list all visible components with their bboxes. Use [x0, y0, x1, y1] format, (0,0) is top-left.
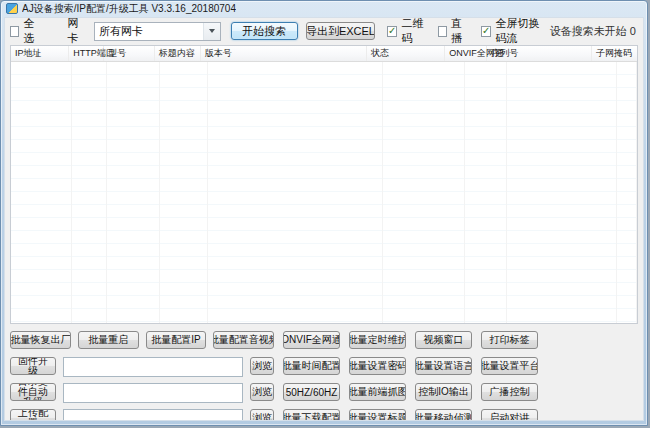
browse-button[interactable]: 浏览 [250, 357, 274, 375]
app-icon [6, 3, 18, 14]
col-header-subnet-mask[interactable]: 子网掩码 [592, 46, 637, 61]
live-checkbox[interactable]: 直播 [438, 17, 469, 46]
firmware-upgrade-button[interactable]: 固件升级 [10, 357, 56, 375]
batch-factory-reset-button[interactable]: 批量恢复出厂 [10, 331, 71, 349]
batch-scheduled-maintenance-button[interactable]: 批量定时维护 [349, 331, 406, 349]
dir-path-input[interactable] [63, 383, 243, 403]
nic-select[interactable]: 所有网卡 [94, 22, 220, 41]
device-table-header: IP地址 HTTP端口 型号 标题内容 版本号 状态 ONVIF全网通 序列号 … [11, 46, 637, 62]
column-guides [11, 62, 637, 323]
qrcode-label: 二维码 [401, 17, 427, 46]
device-table: IP地址 HTTP端口 型号 标题内容 版本号 状态 ONVIF全网通 序列号 … [10, 45, 638, 324]
window-title: AJ设备搜索/IP配置/升级工具 V3.3.16_20180704 [22, 2, 236, 16]
batch-config-av-button[interactable]: 批量配置音视频 [213, 331, 274, 349]
col-header-status[interactable]: 状态 [367, 46, 445, 61]
client-area: 全选 网卡 所有网卡 开始搜索 导出到EXCEL 二维码 直播 全屏切换码流 设… [4, 17, 644, 421]
io-output-button[interactable]: 控制IO输出 [415, 383, 472, 401]
col-header-ip-address[interactable]: IP地址 [11, 46, 69, 61]
video-window-button[interactable]: 视频窗口 [415, 331, 472, 349]
col-header-title[interactable]: 标题内容 [155, 46, 201, 61]
onvif-button[interactable]: ONVIF全网通 [283, 331, 340, 349]
col-header-version[interactable]: 版本号 [201, 46, 367, 61]
batch-config-ip-button[interactable]: 批量配置IP [146, 331, 207, 349]
start-search-button[interactable]: 开始搜索 [231, 22, 298, 40]
batch-snapshot-button[interactable]: 批量前端抓图 [349, 383, 406, 401]
col-header-serial[interactable]: 序列号 [487, 46, 592, 61]
checkbox-icon [10, 26, 19, 37]
batch-set-platform-button[interactable]: 批量设置平台 [481, 357, 538, 375]
select-all-label: 全选 [23, 17, 41, 46]
search-status-text: 设备搜索未开始 0 [550, 24, 638, 39]
qrcode-checkbox[interactable]: 二维码 [387, 17, 428, 46]
live-label: 直播 [451, 17, 469, 46]
device-table-body[interactable] [11, 62, 637, 323]
checkbox-icon [387, 26, 397, 37]
chevron-down-icon[interactable] [203, 23, 220, 40]
app-window: AJ设备搜索/IP配置/升级工具 V3.3.16_20180704 全选 网卡 … [0, 0, 648, 426]
batch-time-config-button[interactable]: 批量时间配置 [283, 357, 340, 375]
hz-toggle-button[interactable]: 50HZ/60HZ [283, 383, 340, 401]
batch-actions-panel: 批量恢复出厂 批量重启 批量配置IP 批量配置音视频 ONVIF全网通 批量定时… [10, 331, 638, 421]
fullscreen-stream-label: 全屏切换码流 [495, 17, 549, 46]
select-all-checkbox[interactable]: 全选 [10, 17, 41, 46]
browse-button[interactable]: 浏览 [250, 383, 274, 401]
checkbox-icon [438, 26, 447, 37]
firmware-path-input[interactable] [63, 357, 243, 377]
batch-motion-detect-button[interactable]: 批量移动侦测 [415, 409, 472, 421]
col-header-http-port[interactable]: HTTP端口 [69, 46, 104, 61]
start-intercom-button[interactable]: 启动对讲 [481, 409, 538, 421]
batch-download-config-button[interactable]: 批量下载配置 [283, 409, 340, 421]
batch-set-password-button[interactable]: 批量设置密码 [349, 357, 406, 375]
title-bar[interactable]: AJ设备搜索/IP配置/升级工具 V3.3.16_20180704 [1, 1, 647, 16]
batch-reboot-button[interactable]: 批量重启 [78, 331, 139, 349]
checkbox-icon [481, 26, 491, 37]
fullscreen-stream-checkbox[interactable]: 全屏切换码流 [481, 17, 550, 46]
nic-label: 网卡 [67, 17, 86, 46]
broadcast-control-button[interactable]: 广播控制 [481, 383, 538, 401]
nic-selected-value: 所有网卡 [99, 24, 143, 39]
print-label-button[interactable]: 打印标签 [481, 331, 538, 349]
upload-config-button[interactable]: 上传配置 [10, 409, 56, 421]
config-path-input[interactable] [63, 409, 243, 421]
col-header-onvif[interactable]: ONVIF全网通 [445, 46, 487, 61]
col-header-model[interactable]: 型号 [104, 46, 155, 61]
toolbar: 全选 网卡 所有网卡 开始搜索 导出到EXCEL 二维码 直播 全屏切换码流 设… [10, 21, 638, 41]
dir-auto-upgrade-button[interactable]: 目录文件自动升级 [10, 383, 56, 401]
export-excel-button[interactable]: 导出到EXCEL [306, 22, 375, 40]
browse-button[interactable]: 浏览 [250, 409, 274, 421]
batch-set-title-button[interactable]: 批量设置标题 [349, 409, 406, 421]
batch-set-language-button[interactable]: 批量设置语言 [415, 357, 472, 375]
